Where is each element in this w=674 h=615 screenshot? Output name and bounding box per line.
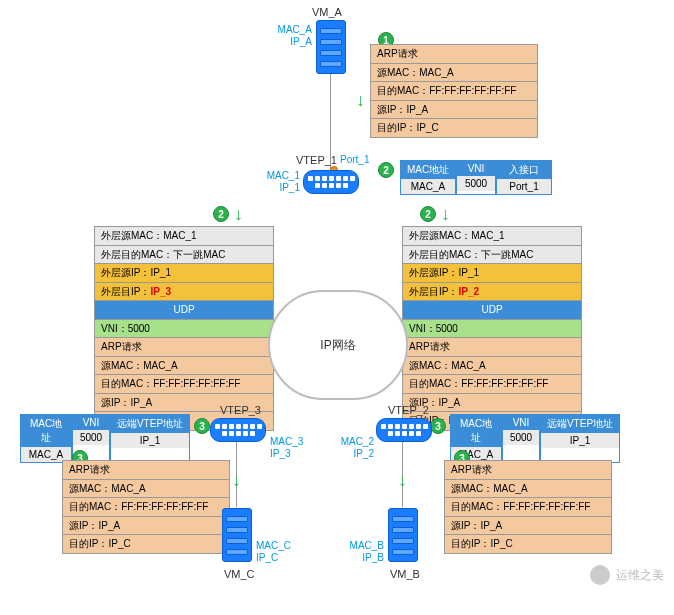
- mac-table-top: MAC地址MAC_A VNI5000 入接口Port_1: [400, 160, 552, 195]
- arp-box-bl: ARP请求 源MAC：MAC_A 目的MAC：FF:FF:FF:FF:FF:FF…: [62, 460, 230, 554]
- arrow-down-icon: ↓: [441, 204, 450, 225]
- vm-b-ip: IP_B: [344, 552, 384, 563]
- vm-c-label: VM_C: [224, 568, 255, 580]
- mac-table-bl: MAC地址MAC_A VNI5000 远端VTEP地址IP_1: [20, 414, 190, 463]
- arrow-down-icon: ↓: [356, 90, 365, 111]
- ip-network-cloud: IP网络: [268, 290, 408, 400]
- arrow-down-icon: ↓: [398, 470, 407, 491]
- vm-c-icon: [222, 508, 252, 562]
- step-2-badge-r: 2: [420, 206, 436, 222]
- vm-c-mac: MAC_C: [256, 540, 291, 551]
- vtep2-icon: [376, 418, 432, 442]
- vtep2-mac: MAC_2: [336, 436, 374, 447]
- vtep3-mac: MAC_3: [270, 436, 303, 447]
- vm-b-mac: MAC_B: [344, 540, 384, 551]
- vtep1-ip: IP_1: [262, 182, 300, 193]
- step-3-badge-r1: 3: [430, 418, 446, 434]
- vm-b-icon: [388, 508, 418, 562]
- vtep3-ip: IP_3: [270, 448, 291, 459]
- vtep1-icon: [303, 170, 359, 194]
- watermark: 运维之美: [590, 565, 664, 585]
- vtep1-label: VTEP_1: [296, 154, 337, 166]
- vm-a-ip: IP_A: [272, 36, 312, 47]
- vm-a-label: VM_A: [312, 6, 342, 18]
- encap-right: 外层源MAC：MAC_1 外层目的MAC：下一跳MAC 外层源IP：IP_1 外…: [402, 226, 582, 431]
- watermark-icon: [590, 565, 610, 585]
- vtep1-port: Port_1: [340, 154, 369, 165]
- arp-box-1: ARP请求 源MAC：MAC_A 目的MAC：FF:FF:FF:FF:FF:FF…: [370, 44, 538, 138]
- arrow-down-icon: ↓: [232, 470, 241, 491]
- mac-table-br: MAC地址MAC_A VNI5000 远端VTEP地址IP_1: [450, 414, 620, 463]
- vm-c-ip: IP_C: [256, 552, 278, 563]
- step-3-badge-l1: 3: [194, 418, 210, 434]
- arp-box-br: ARP请求 源MAC：MAC_A 目的MAC：FF:FF:FF:FF:FF:FF…: [444, 460, 612, 554]
- step-2-badge-l: 2: [213, 206, 229, 222]
- vtep3-icon: [210, 418, 266, 442]
- vtep2-ip: IP_2: [336, 448, 374, 459]
- vm-a-icon: [316, 20, 346, 74]
- encap-left: 外层源MAC：MAC_1 外层目的MAC：下一跳MAC 外层源IP：IP_1 外…: [94, 226, 274, 431]
- vtep1-mac: MAC_1: [262, 170, 300, 181]
- vm-a-mac: MAC_A: [272, 24, 312, 35]
- vtep3-label: VTEP_3: [220, 404, 261, 416]
- arrow-down-icon: ↓: [234, 204, 243, 225]
- vm-b-label: VM_B: [390, 568, 420, 580]
- vtep2-label: VTEP_2: [388, 404, 429, 416]
- step-2-badge-top: 2: [378, 162, 394, 178]
